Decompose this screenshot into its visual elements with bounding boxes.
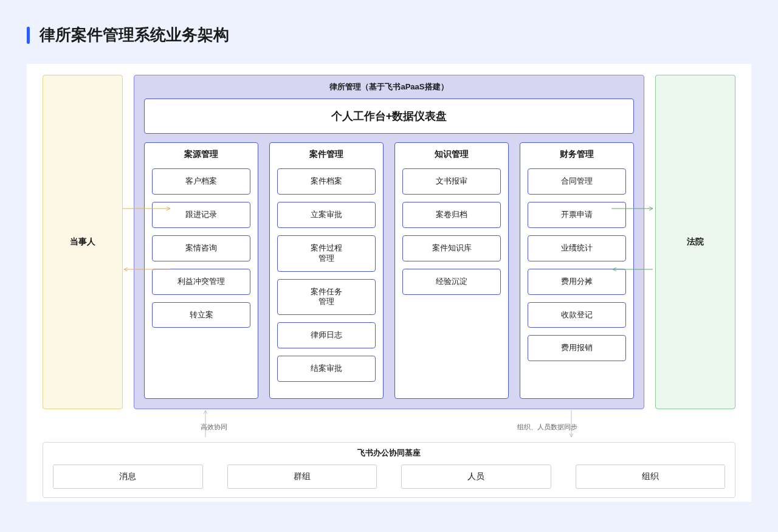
cell: 立案审批	[277, 202, 376, 228]
cell: 文书报审	[402, 168, 501, 195]
cell: 收款登记	[528, 302, 626, 328]
col-title: 案件管理	[277, 149, 376, 160]
center-header: 律所管理（基于飞书aPaaS搭建）	[144, 81, 634, 92]
base-item: 消息	[53, 465, 203, 489]
col-knowledge: 知识管理 文书报审 案卷归档 案件知识库 经验沉淀	[394, 142, 509, 399]
col-case: 案件管理 案件档案 立案审批 案件过程 管理 案件任务 管理 律师日志 结案审批	[269, 142, 384, 399]
cell: 案件任务 管理	[277, 279, 376, 316]
cell: 案件过程 管理	[277, 235, 376, 272]
cell: 案件档案	[277, 168, 376, 195]
base-title: 飞书办公协同基座	[53, 447, 725, 458]
cell: 业绩统计	[528, 235, 626, 261]
dashboard-box: 个人工作台+数据仪表盘	[144, 98, 634, 134]
cell: 合同管理	[528, 168, 626, 195]
cell: 开票申请	[528, 202, 626, 228]
connector-label-right: 组织、人员数据同步	[517, 423, 577, 432]
col-finance: 财务管理 合同管理 开票申请 业绩统计 费用分摊 收款登记 费用报销	[520, 142, 634, 399]
cell: 案情咨询	[152, 235, 250, 261]
cell: 经验沉淀	[402, 269, 501, 295]
cell: 费用报销	[528, 335, 626, 361]
cell: 结案审批	[277, 356, 376, 382]
col-title: 知识管理	[402, 149, 501, 160]
entity-left-label: 当事人	[70, 237, 95, 247]
cell: 费用分摊	[528, 269, 626, 295]
center-layer: 律所管理（基于飞书aPaaS搭建） 个人工作台+数据仪表盘 案源管理 客户档案 …	[134, 75, 644, 409]
col-title: 财务管理	[528, 149, 626, 160]
title-accent-bar	[27, 27, 30, 44]
cell: 利益冲突管理	[152, 269, 250, 295]
base-layer: 飞书办公协同基座 消息 群组 人员 组织	[43, 442, 735, 498]
base-item: 组织	[576, 465, 726, 489]
base-item: 人员	[401, 465, 551, 489]
diagram-canvas: 当事人 律所管理（基于飞书aPaaS搭建） 个人工作台+数据仪表盘 案源管理 客…	[27, 64, 751, 502]
entity-right-label: 法院	[687, 237, 704, 247]
cell: 跟进记录	[152, 202, 250, 228]
cell: 案件知识库	[402, 235, 501, 261]
col-title: 案源管理	[152, 149, 250, 160]
cell: 案卷归档	[402, 202, 501, 228]
module-columns: 案源管理 客户档案 跟进记录 案情咨询 利益冲突管理 转立案 案件管理 案件档案…	[144, 142, 634, 399]
cell: 转立案	[152, 302, 250, 328]
connector-label-left: 高效协同	[201, 423, 227, 432]
entity-left: 当事人	[43, 75, 123, 409]
entity-right: 法院	[655, 75, 735, 409]
base-item: 群组	[227, 465, 377, 489]
col-source: 案源管理 客户档案 跟进记录 案情咨询 利益冲突管理 转立案	[144, 142, 258, 399]
cell: 客户档案	[152, 168, 250, 195]
cell: 律师日志	[277, 322, 376, 348]
page-title: 律所案件管理系统业务架构	[40, 24, 229, 46]
